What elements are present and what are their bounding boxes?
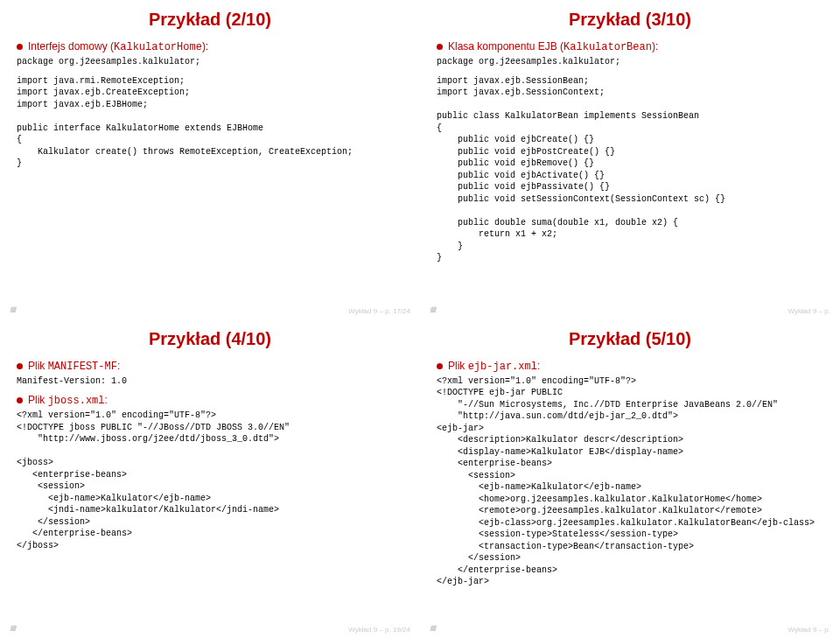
bullet-text: Klasa komponentu EJB ( <box>448 40 564 53</box>
bullet-icon <box>17 363 23 369</box>
code-block: import javax.ejb.SessionBean; import jav… <box>437 75 823 264</box>
slide-title: Przykład (4/10) <box>17 329 403 349</box>
bullet-text: Interfejs domowy ( <box>28 40 114 53</box>
code-block: package org.j2eesamples.kalkulator; <box>437 56 823 68</box>
logo-icon: ▦ <box>10 305 17 313</box>
bullet-icon <box>17 397 23 403</box>
slide-title: Przykład (2/10) <box>17 10 403 30</box>
page-footer: Wykład 9 – p. 19/24 <box>348 626 410 634</box>
page-footer: Wykład 9 – p. <box>788 626 830 634</box>
slide-2: Przykład (3/10) Klasa komponentu EJB (Ka… <box>420 0 840 319</box>
bullet: Klasa komponentu EJB (KalkulatorBean): <box>437 40 823 53</box>
code-block: <?xml version="1.0" encoding="UTF-8"?> <… <box>17 410 403 551</box>
bullet-tail: ): <box>202 40 208 53</box>
bullet-tail: : <box>537 360 540 372</box>
bullet-mono: MANIFEST-MF <box>48 361 117 373</box>
bullet: Plik jboss.xml: <box>17 394 403 407</box>
logo-icon: ▦ <box>10 624 17 632</box>
code-block: package org.j2eesamples.kalkulator; <box>17 56 403 68</box>
bullet: Plik MANIFEST-MF: <box>17 360 403 373</box>
bullet-text: Plik <box>448 360 468 372</box>
bullet-tail: ): <box>652 40 658 53</box>
slide-title: Przykład (5/10) <box>437 329 823 349</box>
slide-grid: Przykład (2/10) Interfejs domowy (Kalkul… <box>0 0 840 638</box>
code-block: import java.rmi.RemoteException; import … <box>17 75 403 170</box>
bullet-tail: : <box>117 360 120 372</box>
bullet: Interfejs domowy (KalkulatorHome): <box>17 40 403 53</box>
code-block: Manifest-Version: 1.0 <box>17 375 403 388</box>
bullet-tail: : <box>104 394 107 406</box>
bullet-mono: ejb-jar.xml <box>468 361 537 373</box>
bullet: Plik ejb-jar.xml: <box>437 360 823 373</box>
bullet-text: Plik <box>28 360 48 372</box>
code-block: <?xml version="1.0" encoding="UTF-8"?> <… <box>437 375 823 588</box>
bullet-icon <box>437 44 443 50</box>
logo-icon: ▦ <box>430 624 437 632</box>
logo-icon: ▦ <box>430 305 437 313</box>
bullet-mono: jboss.xml <box>48 395 105 407</box>
page-footer: Wykład 9 – p. <box>788 307 830 315</box>
page-footer: Wykład 9 – p. 17/24 <box>348 307 410 315</box>
bullet-icon <box>17 44 23 50</box>
bullet-text: Plik <box>28 394 48 406</box>
slide-4: Przykład (5/10) Plik ejb-jar.xml: <?xml … <box>420 319 840 639</box>
bullet-mono: KalkulatorHome <box>114 41 202 53</box>
bullet-icon <box>437 363 443 369</box>
slide-title: Przykład (3/10) <box>437 10 823 30</box>
bullet-mono: KalkulatorBean <box>564 41 652 53</box>
slide-1: Przykład (2/10) Interfejs domowy (Kalkul… <box>0 0 420 319</box>
slide-3: Przykład (4/10) Plik MANIFEST-MF: Manife… <box>0 319 420 639</box>
